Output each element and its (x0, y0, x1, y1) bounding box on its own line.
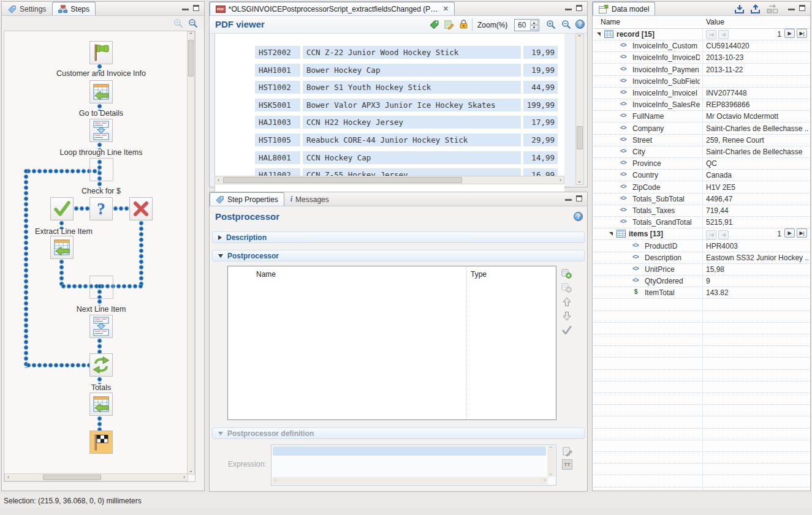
data-model-field-row[interactable]: <>InvoiceInfo_CustomCU59144020 (593, 40, 810, 52)
data-model-field-row[interactable]: <>FullNameMr Octavio Mcdermott (593, 111, 810, 122)
zoom-out-button[interactable] (561, 20, 571, 31)
workflow-canvas[interactable]: Customer and Invoice Info Go to Details (4, 31, 195, 482)
tab-step-properties[interactable]: Step Properties (210, 192, 284, 206)
step-label[interactable]: Extract Line Item (35, 227, 93, 236)
nav-first-button[interactable]: |◀ (706, 30, 716, 39)
postprocessor-table[interactable]: Name Type (227, 266, 556, 420)
field-value[interactable]: 2013-10-23 (706, 52, 808, 63)
step-repeat[interactable] (89, 353, 113, 377)
move-down-button[interactable] (561, 310, 572, 321)
data-model-group-row[interactable]: items [13]|◀ ◀1▶▶| (593, 228, 810, 240)
field-value[interactable]: INV2077448 (706, 88, 808, 99)
data-model-field-row[interactable]: <>Totals_GrandTotal5215,91 (593, 217, 810, 228)
nav-first-button[interactable]: |◀ (706, 230, 716, 239)
field-value[interactable] (706, 76, 808, 87)
pdf-field-description[interactable]: Bower S1 Youth Hockey Stick (303, 81, 521, 94)
step-extract-line-item[interactable] (50, 236, 74, 259)
canvas-zoom-out-button[interactable] (188, 18, 198, 30)
tab-data-model[interactable]: Data model (593, 2, 655, 15)
step-extract-totals[interactable] (89, 393, 113, 416)
field-value[interactable]: Saint-Charles de Bellechasse (706, 146, 808, 157)
data-model-field-row[interactable]: <>CompanySaint-Charles de Bellechasse ..… (593, 123, 810, 135)
step-condition[interactable]: ? (89, 197, 113, 220)
nav-last-button[interactable]: ▶| (797, 29, 807, 38)
step-label[interactable]: Customer and Invoice Info (56, 69, 146, 78)
pdf-field-product-id[interactable]: HST2002 (255, 46, 300, 59)
add-record-button[interactable] (561, 268, 572, 279)
data-model-field-row[interactable]: <>InvoiceInfo_SalesRepREP8396866 (593, 99, 810, 111)
step-label[interactable]: Loop through Line Items (60, 148, 143, 157)
maximize-button[interactable] (193, 5, 199, 11)
scroll-left-arrow[interactable]: ‹ (272, 477, 279, 484)
data-model-field-row[interactable]: <>QtyOrdered9 (593, 276, 810, 287)
pdf-field-description[interactable]: Bower Valor APX3 Junior Ice Hockey Skate… (303, 99, 521, 111)
expression-input[interactable]: ⌃ ⌄ ‹ › (271, 445, 556, 486)
lock-button[interactable] (459, 20, 468, 31)
pdf-field-price[interactable]: 29,99 (523, 133, 558, 146)
condition-false-branch[interactable] (129, 197, 153, 220)
scroll-up-arrow[interactable]: ⌃ (547, 446, 554, 453)
data-model-field-row[interactable]: <>UnitPrice15,98 (593, 264, 810, 276)
scroll-right-arrow[interactable]: › (541, 477, 548, 484)
pdf-field-price[interactable]: 17,99 (523, 116, 558, 129)
tab-pdf-document[interactable]: PDF *OLSGINVOICEPostprocessorScript_extr… (210, 2, 455, 15)
minimize-button[interactable] (565, 195, 572, 201)
pdf-field-price[interactable]: 19,99 (523, 64, 558, 77)
field-value[interactable]: 4496,47 (706, 194, 808, 205)
condition-true-branch[interactable] (50, 197, 74, 220)
tab-steps[interactable]: Steps (52, 2, 96, 15)
scroll-thumb[interactable] (223, 177, 462, 183)
data-model-field-row[interactable]: <>Totals_SubTotal4496,47 (593, 194, 810, 205)
pdf-field-product-id[interactable]: HAL8001 (255, 151, 300, 164)
pdf-field-description[interactable]: CCN Z-22 Junior Wood Hockey Stick (303, 46, 521, 59)
step-label[interactable]: Next Line Item (77, 305, 126, 314)
pdf-field-description[interactable]: Reabuck CORE-44 Junior Hockey Stick (303, 133, 521, 146)
zoom-in-button[interactable] (546, 20, 556, 31)
field-value[interactable]: 259, Renee Court (706, 135, 808, 146)
pdf-field-product-id[interactable]: HAJ1003 (255, 116, 300, 129)
step-label[interactable]: Check for $ (82, 187, 121, 195)
scroll-up-arrow[interactable]: ⌃ (188, 32, 194, 39)
spinner-down-arrow[interactable]: ▼ (530, 25, 538, 30)
data-model-field-row[interactable]: <>DescriptionEastown SS32 Junior Hockey … (593, 252, 810, 264)
text-format-button[interactable]: TT (562, 459, 572, 470)
section-postprocessor-definition[interactable]: Postprocessor definition (212, 427, 585, 439)
pdf-field-product-id[interactable]: HST1002 (255, 81, 300, 94)
tag-button[interactable] (430, 20, 439, 31)
step-extract-customer[interactable] (89, 80, 113, 103)
step-next-line-item[interactable] (89, 315, 113, 338)
data-model-field-row[interactable]: <>ProductIDHPR4003 (593, 241, 810, 252)
pdf-vscrollbar[interactable]: ⌃ ⌄ (575, 34, 584, 185)
field-value[interactable]: Mr Octavio Mcdermott (706, 111, 808, 122)
step-goto-details[interactable] (89, 119, 113, 142)
pdf-line-item-row[interactable]: HAH1001Bower Hockey Cap19,99 (215, 64, 564, 77)
pdf-field-product-id[interactable]: HST1005 (255, 133, 300, 146)
field-value[interactable]: REP8396866 (706, 99, 808, 110)
field-value[interactable]: CU59144020 (706, 40, 808, 51)
field-value[interactable]: QC (706, 158, 808, 169)
expression-hscrollbar[interactable]: ‹ › (272, 477, 548, 484)
scroll-right-arrow[interactable]: › (557, 177, 564, 184)
import-data-model-button[interactable] (734, 4, 745, 16)
pdf-line-item-row[interactable]: HAL8001CCN Hockey Cap14,99 (215, 151, 564, 164)
step-loop-box[interactable] (89, 158, 113, 181)
pdf-line-item-row[interactable]: HSK5001Bower Valor APX3 Junior Ice Hocke… (215, 99, 564, 111)
pdf-field-price[interactable]: 44,99 (523, 81, 558, 94)
field-value[interactable]: 15,98 (706, 264, 808, 275)
section-description[interactable]: Description (212, 231, 585, 243)
pdf-field-product-id[interactable]: HAH1001 (255, 64, 300, 77)
scroll-left-arrow[interactable]: ‹ (5, 474, 12, 481)
field-value[interactable]: 5215,91 (706, 217, 808, 228)
section-postprocessor[interactable]: Postprocessor (212, 250, 585, 261)
expand-collapse-icon[interactable] (609, 232, 613, 236)
data-model-field-row[interactable]: <>InvoiceInfo_InvoiceIINV2077448 (593, 88, 810, 99)
maximize-button[interactable] (576, 195, 582, 201)
pdf-line-item-row[interactable]: HST2002CCN Z-22 Junior Wood Hockey Stick… (215, 46, 564, 59)
canvas-zoom-in-button[interactable] (173, 18, 183, 30)
pdf-field-price[interactable]: 199,99 (523, 99, 558, 111)
help-icon[interactable]: ? (575, 20, 585, 29)
pdf-hscrollbar[interactable]: ‹ › (214, 176, 564, 184)
data-model-field-row[interactable]: <>CountryCanada (593, 170, 810, 181)
pdf-line-item-row[interactable]: HST1005Reabuck CORE-44 Junior Hockey Sti… (215, 133, 564, 146)
pdf-field-price[interactable]: 14,99 (523, 151, 558, 164)
